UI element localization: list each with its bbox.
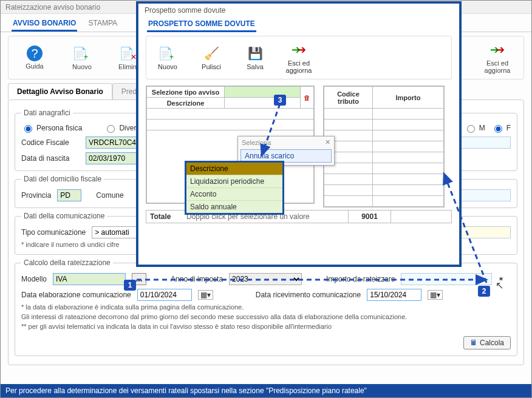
- popup-save-button[interactable]: 💾 Salva: [240, 45, 270, 70]
- status-bar: Per procedere alla determinazione dei ve…: [1, 384, 531, 397]
- calendar-icon-2[interactable]: ▦▾: [428, 290, 443, 300]
- popup-title: Prospetto somme dovute: [138, 4, 459, 17]
- anno-select[interactable]: 2023: [229, 273, 302, 285]
- col-descrizione: Descrizione: [147, 98, 225, 109]
- dropdown-item-liquidazioni[interactable]: Liquidazioni periodiche: [186, 175, 282, 187]
- popup-clean-button[interactable]: 🧹 Pulisci: [196, 45, 227, 70]
- col-codice-tributo: Codice tributo: [324, 87, 373, 109]
- group-domicilio-legend: Dati del domicilio fiscale: [21, 175, 104, 183]
- exit-arrow-icon: ➔➔: [290, 41, 307, 58]
- step-badge-2: 2: [478, 286, 490, 297]
- calculator-icon: 🖩: [470, 339, 477, 347]
- importo-label: Importo da rateizzare: [326, 275, 395, 283]
- cursor-icon: ↖: [496, 280, 503, 291]
- subtab-dettaglio[interactable]: Dettaglio Avviso Bonario: [8, 83, 112, 100]
- radio-sex-m[interactable]: M: [464, 123, 485, 133]
- new-button[interactable]: 📄+ Nuovo: [67, 45, 97, 70]
- col-importo: Importo: [373, 87, 444, 109]
- new-label: Nuovo: [72, 63, 92, 70]
- popup-right-grid[interactable]: Codice tributoImporto: [323, 86, 445, 207]
- provincia-label: Provincia: [21, 191, 51, 200]
- delete-row-button[interactable]: 🗑: [301, 87, 314, 109]
- dropdown-header: Descrizione: [186, 163, 282, 175]
- help-button[interactable]: ? Guida: [19, 46, 50, 70]
- comune-label: Comune: [96, 191, 123, 200]
- nota1: * la data di elaborazione è indicata sul…: [21, 303, 511, 311]
- tipo-comunicazione-input[interactable]: [92, 226, 138, 238]
- dropdown-item-acconto[interactable]: Acconto: [186, 187, 282, 200]
- totale-importo: [390, 211, 451, 223]
- group-comunicazione-legend: Dati della comunicazione: [21, 212, 107, 220]
- popup-new-button[interactable]: 📄+ Nuovo: [152, 45, 183, 70]
- dropdown-item-saldo[interactable]: Saldo annuale: [186, 200, 282, 213]
- popup-exit-button[interactable]: ➔➔ Esci ed aggiorna: [284, 41, 314, 74]
- anno-label: Anno di imposta: [171, 275, 223, 283]
- group-anagrafici-legend: Dati anagrafici: [21, 109, 73, 117]
- delete-label: Elimina: [118, 63, 140, 70]
- tipo-comunicazione-label: Tipo comunicazione: [21, 228, 86, 237]
- data-nascita-label: Data di nascita: [21, 154, 80, 163]
- col-selezione: Selezione tipo avviso: [147, 87, 225, 98]
- help-icon: ?: [27, 46, 43, 61]
- calendar-icon[interactable]: ▦▾: [198, 290, 213, 300]
- exit-update-button[interactable]: ➔➔ Esci ed aggiorna: [482, 41, 513, 74]
- exit-arrow-icon: ➔➔: [489, 41, 506, 58]
- calcola-button[interactable]: 🖩Calcola: [463, 336, 511, 349]
- modello-input[interactable]: [53, 273, 126, 285]
- totale-label: Totale: [146, 211, 183, 223]
- popup-tab-prospetto[interactable]: PROSPETTO SOMME DOVUTE: [147, 17, 256, 32]
- importo-input[interactable]: [401, 273, 492, 285]
- popup-prospetto-somme: Prospetto somme dovute PROSPETTO SOMME D…: [138, 3, 460, 265]
- group-rateizzazione-legend: Calcolo della rateizzazione: [21, 258, 113, 267]
- group-rateizzazione: Calcolo della rateizzazione Modello … An…: [15, 258, 517, 356]
- codice-fiscale-label: Codice Fiscale: [21, 138, 80, 147]
- document-plus-icon: 📄+: [159, 45, 176, 62]
- dropdown-descrizione: Descrizione Liquidazioni periodiche Acco…: [185, 161, 284, 215]
- broom-icon: 🧹: [203, 45, 220, 62]
- close-icon[interactable]: ✕: [325, 138, 330, 146]
- document-x-icon: 📄✕: [121, 45, 138, 62]
- step-badge-1: 1: [124, 280, 136, 291]
- help-label: Guida: [26, 62, 43, 70]
- tab-avviso-bonario[interactable]: AVVISO BONARIO: [12, 16, 77, 32]
- totale-code: 9001: [348, 211, 390, 223]
- data-nascita-input[interactable]: [86, 152, 140, 164]
- document-plus-icon: 📄+: [73, 45, 90, 62]
- data-ricevimento-label: Data ricevimento comunicazione: [256, 291, 361, 299]
- tab-stampa[interactable]: STAMPA: [87, 16, 118, 32]
- floppy-icon: 💾: [247, 45, 264, 62]
- data-elaborazione-label: Data elaborazione comunicazione: [21, 291, 131, 299]
- data-ricevimento-input[interactable]: [367, 289, 421, 301]
- context-title: Seleziona: [242, 139, 271, 146]
- radio-sex-f[interactable]: F: [491, 123, 511, 133]
- nota2: Gli interessi di rateazione decorrono da…: [21, 313, 511, 320]
- step-badge-3: 3: [274, 95, 286, 106]
- popup-toolbar: 📄+ Nuovo 🧹 Pulisci 💾 Salva ➔➔ Esci ed ag…: [146, 36, 452, 79]
- data-elaborazione-input[interactable]: [137, 289, 192, 301]
- popup-tabs: PROSPETTO SOMME DOVUTE: [138, 17, 459, 32]
- nota3: ** per gli avvisi telematici va indicata…: [21, 323, 511, 330]
- radio-persona-fisica[interactable]: Persona fisica: [21, 123, 82, 133]
- exit-label: Esci ed aggiorna: [485, 59, 511, 74]
- provincia-input[interactable]: [57, 189, 81, 201]
- modello-label: Modello: [21, 275, 47, 283]
